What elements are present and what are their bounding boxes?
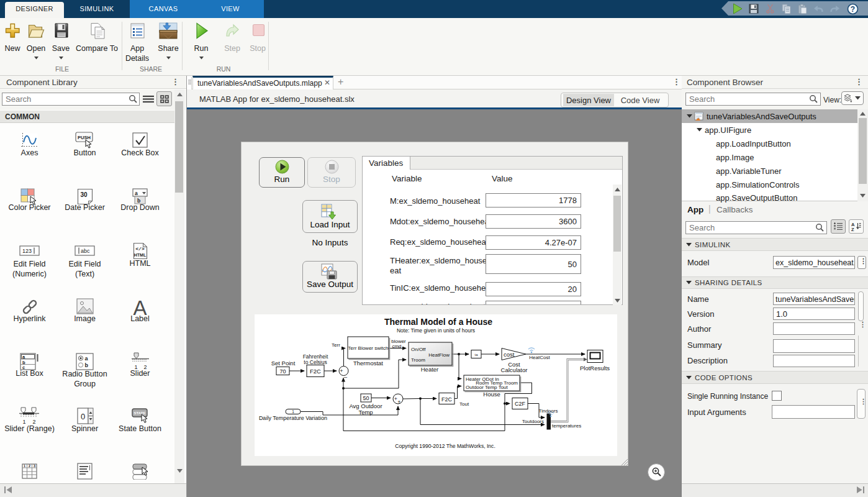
- svg-text:PlotResults: PlotResults: [580, 365, 610, 372]
- svg-text:b: b: [137, 198, 140, 204]
- svg-text:30: 30: [80, 191, 88, 198]
- svg-text:0: 0: [81, 412, 85, 421]
- svg-text:50: 50: [363, 395, 369, 401]
- svg-text:+: +: [394, 396, 397, 402]
- svg-text:Toutdoors: Toutdoors: [522, 419, 544, 424]
- svg-text:Terr Blower switch: Terr Blower switch: [348, 345, 389, 351]
- svg-text:1: 1: [292, 409, 294, 414]
- svg-text:Calculator: Calculator: [501, 367, 528, 373]
- svg-text:F2C: F2C: [441, 396, 453, 403]
- svg-text:Terr: Terr: [332, 342, 340, 348]
- svg-text:Thermal Model of a House: Thermal Model of a House: [384, 317, 492, 327]
- svg-text:HeatFlow: HeatFlow: [428, 352, 450, 358]
- svg-text:+: +: [340, 368, 343, 374]
- svg-text:b: b: [85, 362, 89, 368]
- svg-text:</>: </>: [135, 246, 145, 252]
- svg-text:PUSH: PUSH: [78, 135, 91, 140]
- svg-text:Outdoor Temp Tout: Outdoor Temp Tout: [466, 385, 509, 390]
- svg-text:cmd: cmd: [392, 344, 401, 349]
- svg-text:On/Off: On/Off: [411, 347, 426, 352]
- svg-text:Set Point: Set Point: [271, 360, 296, 367]
- svg-text:Tindoors: Tindoors: [539, 408, 558, 414]
- svg-text:Daily Temperature Variation: Daily Temperature Variation: [259, 415, 327, 421]
- svg-text:temperatures: temperatures: [552, 423, 581, 429]
- svg-text:HeatCost: HeatCost: [529, 355, 550, 360]
- svg-text:2: 2: [29, 464, 30, 468]
- svg-text:Temp: Temp: [358, 409, 373, 416]
- svg-text:_: _: [343, 372, 348, 378]
- svg-text:123: 123: [22, 248, 32, 254]
- svg-text:F2C: F2C: [310, 368, 321, 375]
- svg-text:cost: cost: [504, 351, 515, 358]
- svg-text:STATE: STATE: [134, 411, 146, 415]
- svg-text:a: a: [135, 190, 138, 196]
- svg-text:Thermostat: Thermostat: [353, 360, 383, 367]
- svg-text:House: House: [483, 391, 500, 398]
- svg-text:3: 3: [34, 464, 35, 468]
- svg-text:to Celsius: to Celsius: [304, 359, 327, 365]
- svg-text:C2F: C2F: [515, 401, 526, 407]
- svg-text:HTML: HTML: [134, 253, 147, 257]
- svg-text:70: 70: [279, 368, 286, 375]
- svg-text:ta: ta: [474, 353, 478, 357]
- svg-text:Tout: Tout: [459, 401, 469, 407]
- svg-text:1: 1: [24, 464, 25, 468]
- svg-text:Heater: Heater: [421, 366, 439, 373]
- svg-text:Note: Time given in units of h: Note: Time given in units of hours: [397, 327, 475, 334]
- svg-text:Copyright 1990-2012 The MathWo: Copyright 1990-2012 The MathWorks, Inc.: [395, 443, 495, 449]
- svg-text:Z: Z: [851, 227, 854, 231]
- svg-text:?: ?: [851, 5, 855, 14]
- svg-text:Troom: Troom: [411, 357, 425, 363]
- svg-text:+: +: [397, 399, 400, 405]
- svg-text:abc: abc: [81, 248, 90, 254]
